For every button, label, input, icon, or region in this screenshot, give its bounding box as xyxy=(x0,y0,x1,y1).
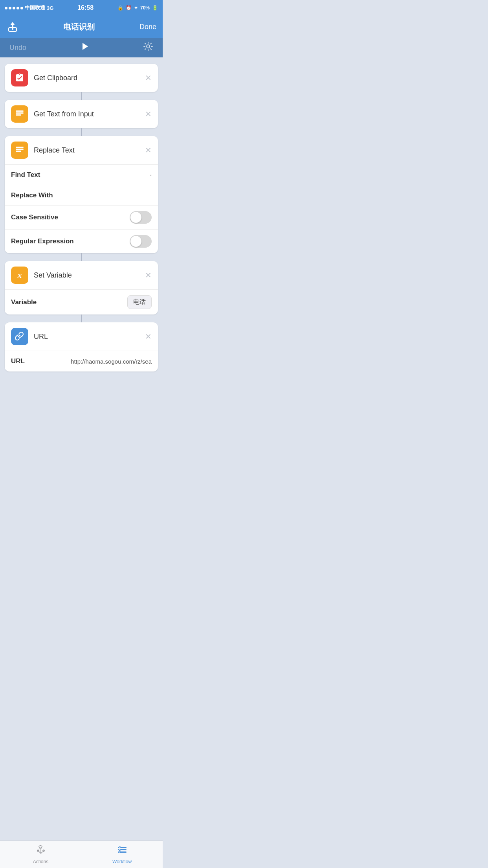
svg-point-4 xyxy=(147,45,150,48)
get-clipboard-close[interactable]: ✕ xyxy=(145,73,152,83)
url-icon xyxy=(11,328,28,345)
signal-dots xyxy=(5,7,23,9)
get-text-title: Get Text from Input xyxy=(34,110,94,118)
get-clipboard-icon xyxy=(11,69,28,86)
replace-text-close[interactable]: ✕ xyxy=(145,145,152,155)
url-title: URL xyxy=(34,333,48,341)
signal-dot-3 xyxy=(13,7,15,9)
undo-button[interactable]: Undo xyxy=(9,44,26,52)
svg-rect-10 xyxy=(16,151,21,152)
action-left-3: Replace Text xyxy=(11,142,75,159)
signal-dot-4 xyxy=(17,7,19,9)
action-card-get-clipboard: Get Clipboard ✕ xyxy=(5,64,158,92)
url-label: URL xyxy=(11,357,25,365)
svg-marker-3 xyxy=(83,43,88,50)
replace-with-label: Replace With xyxy=(11,191,53,199)
get-clipboard-title: Get Clipboard xyxy=(34,74,77,82)
done-button[interactable]: Done xyxy=(139,23,156,31)
case-sensitive-toggle[interactable] xyxy=(130,211,152,224)
page-title: 电话识别 xyxy=(63,22,95,32)
set-variable-title: Set Variable xyxy=(34,271,72,280)
url-close[interactable]: ✕ xyxy=(145,332,152,341)
action-left-2: Get Text from Input xyxy=(11,105,94,123)
lock-icon: 🔒 xyxy=(117,5,123,11)
share-button[interactable] xyxy=(6,20,19,33)
replace-text-fields: Find Text - Replace With Case Sensitive … xyxy=(5,164,158,253)
svg-rect-5 xyxy=(16,110,24,112)
replace-with-row: Replace With xyxy=(5,185,158,206)
play-button[interactable] xyxy=(81,42,89,53)
action-card-get-text: Get Text from Input ✕ xyxy=(5,100,158,128)
connector-1 xyxy=(81,92,82,100)
connector-3 xyxy=(81,253,82,261)
action-header-replace-text: Replace Text ✕ xyxy=(5,136,158,164)
workflow-content: Get Clipboard ✕ Get Text from Input ✕ xyxy=(0,57,163,409)
action-card-url: URL ✕ URL http://haoma.sogou.com/rz/sea xyxy=(5,322,158,371)
bottom-spacer xyxy=(5,371,158,403)
svg-rect-8 xyxy=(16,147,24,148)
regular-expression-label: Regular Expression xyxy=(11,237,74,245)
action-card-replace-text: Replace Text ✕ Find Text - Replace With … xyxy=(5,136,158,253)
svg-rect-9 xyxy=(16,149,24,150)
carrier-label: 中国联通 xyxy=(25,4,45,11)
get-text-icon xyxy=(11,105,28,123)
url-value[interactable]: http://haoma.sogou.com/rz/sea xyxy=(71,358,152,365)
signal-dot-2 xyxy=(9,7,11,9)
find-text-label: Find Text xyxy=(11,171,40,179)
replace-text-icon xyxy=(11,142,28,159)
variable-badge[interactable]: 电话 xyxy=(127,295,152,309)
action-left: Get Clipboard xyxy=(11,69,77,86)
regular-expression-toggle[interactable] xyxy=(130,235,152,248)
case-sensitive-label: Case Sensitive xyxy=(11,213,58,221)
battery-label: 70% xyxy=(140,5,150,11)
alarm-icon: ⏰ xyxy=(126,5,132,11)
action-header-get-text: Get Text from Input ✕ xyxy=(5,100,158,128)
case-sensitive-row: Case Sensitive xyxy=(5,206,158,230)
signal-dot-5 xyxy=(20,7,23,9)
action-header-url: URL ✕ xyxy=(5,322,158,351)
action-card-set-variable: x Set Variable ✕ Variable 电话 xyxy=(5,261,158,314)
action-left-4: x Set Variable xyxy=(11,267,72,284)
connector-2 xyxy=(81,128,82,136)
set-variable-fields: Variable 电话 xyxy=(5,289,158,314)
find-text-value[interactable]: - xyxy=(149,171,152,179)
svg-marker-1 xyxy=(10,22,15,25)
action-header-set-variable: x Set Variable ✕ xyxy=(5,261,158,289)
connector-4 xyxy=(81,314,82,322)
replace-text-title: Replace Text xyxy=(34,146,75,154)
toggle-knob-2 xyxy=(130,236,141,247)
settings-icon[interactable] xyxy=(143,41,153,54)
svg-rect-6 xyxy=(16,112,24,114)
regular-expression-row: Regular Expression xyxy=(5,230,158,253)
get-text-close[interactable]: ✕ xyxy=(145,109,152,119)
find-text-row: Find Text - xyxy=(5,165,158,185)
action-header-get-clipboard: Get Clipboard ✕ xyxy=(5,64,158,92)
url-fields: URL http://haoma.sogou.com/rz/sea xyxy=(5,351,158,371)
time-label: 16:58 xyxy=(77,4,94,11)
network-label: 3G xyxy=(47,5,53,11)
signal-dot-1 xyxy=(5,7,7,9)
set-variable-icon: x xyxy=(11,267,28,284)
variable-label: Variable xyxy=(11,298,37,306)
nav-bar: 电话识别 Done xyxy=(0,16,163,38)
set-variable-close[interactable]: ✕ xyxy=(145,270,152,280)
toolbar: Undo xyxy=(0,38,163,57)
svg-rect-7 xyxy=(16,114,21,116)
action-left-5: URL xyxy=(11,328,48,345)
bluetooth-icon: ✴ xyxy=(134,5,138,11)
url-row: URL http://haoma.sogou.com/rz/sea xyxy=(5,351,158,371)
battery-icon: 🔋 xyxy=(152,5,158,11)
variable-row: Variable 电话 xyxy=(5,290,158,314)
status-left: 中国联通 3G xyxy=(5,4,53,11)
status-right: 🔒 ⏰ ✴ 70% 🔋 xyxy=(117,5,158,11)
toggle-knob-1 xyxy=(130,212,141,223)
status-bar: 中国联通 3G 16:58 🔒 ⏰ ✴ 70% 🔋 xyxy=(0,0,163,16)
